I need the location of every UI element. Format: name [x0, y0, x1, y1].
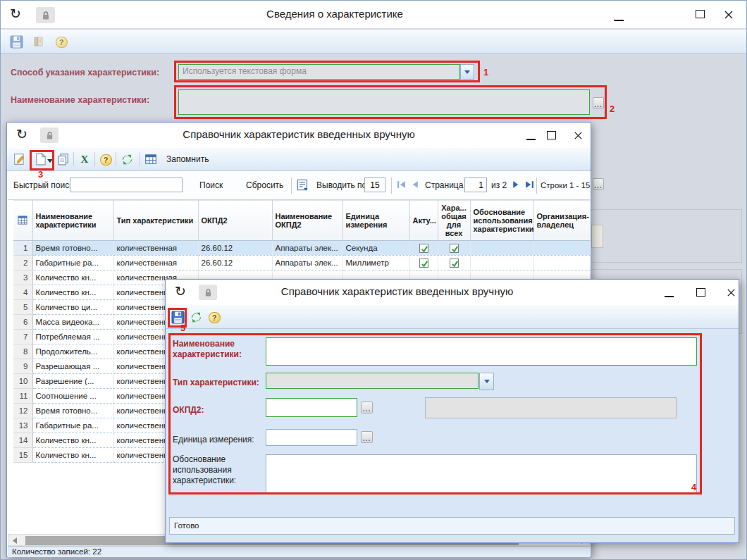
header-type[interactable]: Тип характеристики: [113, 201, 198, 241]
characteristic-name-textarea[interactable]: [178, 89, 590, 115]
grid-titlebar: ↻ Справочник характеристик введенных вру…: [7, 123, 591, 148]
form-okpd2-picker-button[interactable]: ...: [361, 402, 373, 413]
form-okpd2-input[interactable]: [266, 398, 357, 417]
cell-num: 8: [13, 344, 32, 359]
cell-num: 3: [13, 270, 32, 285]
first-page-button[interactable]: [397, 180, 407, 189]
form-okpd2-display: [425, 397, 677, 418]
cell-num: 11: [13, 389, 32, 404]
exit-icon[interactable]: [32, 35, 46, 49]
display-settings-icon[interactable]: [295, 178, 309, 192]
new-record-icon[interactable]: [34, 152, 48, 166]
header-justification[interactable]: Обоснование использования характеристики: [470, 201, 533, 241]
maximize-button[interactable]: [696, 288, 705, 297]
checkbox-checked-icon[interactable]: [450, 259, 459, 268]
cell-num: 7: [13, 330, 32, 344]
main-toolbar: [1, 30, 746, 54]
cell-okpd2: 26.60.12: [198, 256, 272, 270]
cell-num: 6: [13, 315, 32, 330]
form-unit-picker-button[interactable]: ...: [361, 431, 373, 443]
background-picker-button[interactable]: ...: [593, 178, 604, 190]
refresh-icon[interactable]: [120, 152, 134, 166]
per-page-label: Выводить по: [316, 180, 366, 190]
cell-name: Разрешающая ...: [32, 359, 113, 374]
grid-columns-icon[interactable]: [144, 152, 158, 166]
cell-num: 10: [13, 374, 32, 389]
annotation-digit-2: 2: [610, 104, 615, 114]
quick-search-input[interactable]: [70, 178, 183, 192]
header-name[interactable]: Наименование характеристики: [32, 201, 113, 241]
excel-export-icon[interactable]: X: [78, 152, 92, 166]
toolbar-separator: [116, 152, 116, 166]
annotation-digit-3: 3: [38, 169, 43, 180]
header-corner[interactable]: [13, 201, 32, 241]
annotation-digit-1: 1: [483, 67, 488, 77]
chevron-down-icon: [464, 70, 470, 74]
grid-corner-icon: [18, 216, 27, 225]
refresh-icon[interactable]: [189, 310, 203, 324]
reset-button[interactable]: Сбросить: [246, 180, 283, 190]
method-dropdown-button[interactable]: [460, 64, 474, 80]
help-icon[interactable]: [54, 35, 68, 49]
edit-icon[interactable]: [13, 152, 27, 166]
header-okpd2[interactable]: ОКПД2: [198, 201, 272, 241]
form-unit-label: Единица измерения:: [173, 435, 254, 445]
minimize-button[interactable]: [665, 296, 674, 297]
annotation-digit-4: 4: [691, 482, 696, 492]
form-name-textarea[interactable]: [266, 337, 697, 366]
save-icon[interactable]: [171, 310, 185, 324]
form-titlebar: ↻ Справочник характеристик введенных вру…: [166, 280, 739, 305]
search-button[interactable]: Поиск: [199, 180, 223, 190]
cell-num: 13: [13, 418, 32, 433]
form-type-combobox[interactable]: [266, 373, 479, 389]
header-owner[interactable]: Организация-владелец: [533, 201, 590, 241]
form-type-dropdown-button[interactable]: [479, 373, 494, 390]
maximize-button[interactable]: [696, 10, 705, 18]
minimize-button[interactable]: [526, 139, 536, 140]
table-row[interactable]: 1Время готовно...количественная26.60.12А…: [13, 241, 590, 256]
close-button[interactable]: [724, 10, 734, 23]
last-page-button[interactable]: [524, 180, 535, 189]
cell-num: 9: [13, 359, 32, 374]
prev-page-button[interactable]: [410, 180, 421, 189]
cell-common: [438, 241, 470, 256]
help-icon[interactable]: [99, 153, 113, 167]
cell-unit: Миллиметр: [342, 256, 409, 270]
page-label: Страница: [425, 180, 463, 190]
method-combobox[interactable]: Используется текстовая форма: [178, 64, 460, 80]
scroll-left-icon[interactable]: [10, 536, 19, 545]
main-window-title: Сведения о характеристике: [0, 8, 708, 20]
next-page-button[interactable]: [511, 180, 521, 189]
per-page-input[interactable]: [364, 178, 385, 192]
checkbox-checked-icon[interactable]: [419, 259, 428, 268]
header-common[interactable]: Хара... общая для всех: [438, 201, 470, 241]
save-icon[interactable]: [9, 35, 23, 49]
characteristic-name-picker-button[interactable]: ...: [593, 97, 604, 108]
copy-icon[interactable]: [56, 152, 70, 166]
cell-name: Количество кн...: [32, 433, 113, 448]
cell-actual: [409, 241, 438, 256]
header-unit[interactable]: Единица измерения: [342, 201, 409, 241]
toolbar-separator: [73, 152, 74, 166]
cell-num: 15: [13, 448, 32, 463]
checkbox-checked-icon[interactable]: [419, 244, 428, 253]
close-button[interactable]: [727, 287, 736, 300]
header-actual[interactable]: Акту...: [409, 201, 438, 241]
page-number-input[interactable]: [464, 178, 487, 192]
form-justification-textarea[interactable]: [266, 454, 697, 493]
help-icon[interactable]: [207, 311, 221, 325]
cell-okpd2_name: Аппараты элек...: [272, 256, 342, 270]
method-label: Способ указания характеристики:: [11, 68, 159, 78]
header-okpd2-name[interactable]: Наименование ОКПД2: [272, 201, 342, 241]
caret-down-icon[interactable]: [47, 154, 54, 168]
toolbar-separator: [140, 152, 140, 166]
cell-okpd2_name: Аппараты элек...: [272, 241, 342, 256]
cell-owner: [533, 241, 590, 256]
remember-button[interactable]: Запомнить: [166, 154, 209, 164]
maximize-button[interactable]: [547, 131, 556, 139]
minimize-button[interactable]: [614, 20, 624, 21]
table-row[interactable]: 2Габаритные ра...количественная26.60.12А…: [13, 256, 590, 270]
checkbox-checked-icon[interactable]: [450, 244, 459, 253]
form-unit-input[interactable]: [266, 429, 357, 446]
close-button[interactable]: [574, 130, 583, 143]
